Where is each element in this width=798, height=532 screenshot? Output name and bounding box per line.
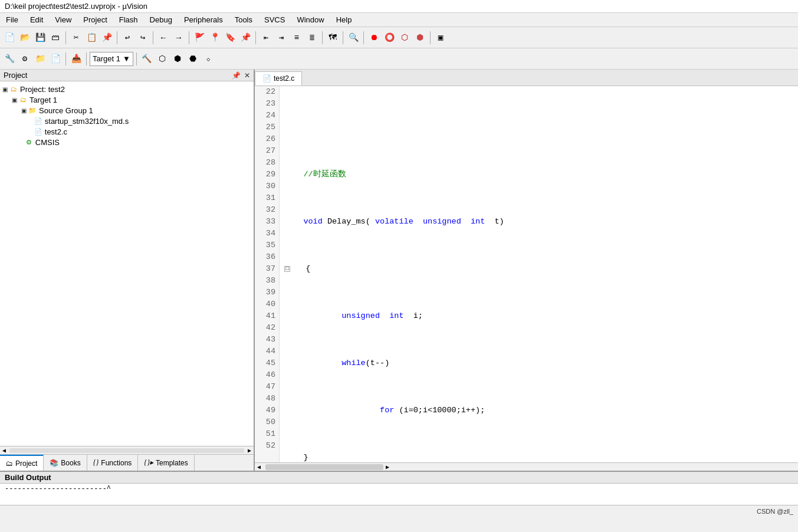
tab-templates[interactable]: {}▸ Templates (138, 455, 194, 471)
menu-file[interactable]: File (0, 14, 24, 25)
sep6 (322, 31, 323, 44)
menu-peripherals[interactable]: Peripherals (178, 14, 229, 25)
editor-scroll-left[interactable]: ◀ (255, 463, 263, 471)
editor-scroll-thumb[interactable] (265, 464, 383, 470)
tab-templates-icon: {}▸ (144, 458, 153, 467)
editor-tab-test2[interactable]: 📄 test2.c (255, 71, 302, 86)
menu-tools[interactable]: Tools (229, 14, 258, 25)
nav-fwd-btn[interactable]: → (172, 31, 186, 45)
proj-scroll-left[interactable]: ◀ (0, 446, 8, 455)
save-all-btn[interactable]: 🗃 (48, 31, 63, 45)
tab-books[interactable]: 📚 Books (44, 455, 87, 471)
bookmark2-btn[interactable]: 📍 (208, 31, 222, 45)
code-28-2: (i=0;i<10000;i++); (394, 405, 485, 416)
tree-cmsis[interactable]: ⚙ CMSIS (0, 137, 254, 147)
unindent-btn[interactable]: ⇥ (274, 31, 288, 45)
new-file-btn[interactable]: 📄 (2, 31, 17, 45)
target-options-btn[interactable]: ⚙ (18, 52, 32, 66)
code-line-28: for (i=0;i<10000;i++); (284, 405, 793, 416)
code-26-1 (284, 310, 341, 322)
tree-source-group[interactable]: ▣ 📁 Source Group 1 (0, 105, 254, 116)
tab-functions-icon: {} (93, 458, 99, 467)
undo-btn[interactable]: ↩ (120, 31, 134, 45)
build-output: Build Output ------------------------^ (0, 471, 798, 505)
tree-test2-file[interactable]: 📄 test2.c (0, 126, 254, 137)
code-container[interactable]: 22 23 24 25 26 27 28 29 30 31 32 33 34 3… (255, 86, 798, 462)
code-line-29: } (284, 452, 793, 462)
build-btn[interactable]: ⬡ (155, 52, 169, 66)
test2-file-label: test2.c (45, 127, 67, 136)
menu-view[interactable]: View (49, 14, 77, 25)
bookmark4-btn[interactable]: 📌 (238, 31, 252, 45)
tree-root[interactable]: ▣ 🗂 Project: test2 (0, 84, 254, 94)
project-panel-header: Project 📌 ✕ (0, 70, 254, 81)
run3-btn[interactable]: ⬡ (398, 31, 412, 45)
config-btn[interactable]: ▣ (434, 31, 448, 45)
code-24-unsigned: unsigned (423, 216, 461, 228)
build-all-btn[interactable]: 🔨 (140, 52, 154, 66)
tab-books-label: Books (61, 459, 80, 467)
run4-btn[interactable]: ⬢ (413, 31, 427, 45)
run2-btn[interactable]: ⭕ (382, 31, 396, 45)
sep1 (65, 31, 66, 44)
code-25: { (291, 263, 310, 275)
search-btn[interactable]: 🔍 (346, 31, 360, 45)
pin-icon[interactable]: 📌 (232, 71, 241, 80)
menu-svcs[interactable]: SVCS (258, 14, 291, 25)
tree-target[interactable]: ▣ 🗂 Target 1 (0, 94, 254, 105)
ln-26: 26 (258, 133, 275, 145)
test2-file-icon: 📄 (34, 127, 43, 136)
translate-btn[interactable]: ⬢ (170, 52, 185, 66)
download-btn[interactable]: ⬦ (201, 52, 215, 66)
target-selector[interactable]: Target 1 ▼ (90, 52, 133, 66)
ln-30: 30 (258, 180, 275, 192)
menu-edit[interactable]: Edit (24, 14, 49, 25)
indent-btn[interactable]: ⇤ (259, 31, 273, 45)
tab-project[interactable]: 🗂 Project (0, 455, 44, 471)
ln-23: 23 (258, 98, 275, 110)
proj-scroll-right[interactable]: ▶ (245, 446, 254, 455)
editor-scroll-right[interactable]: ▶ (383, 463, 392, 471)
close-panel-icon[interactable]: ✕ (244, 71, 250, 80)
stop-build-btn[interactable]: ⬣ (186, 52, 200, 66)
copy-btn[interactable]: 📋 (84, 31, 98, 45)
nav-back-btn[interactable]: ← (156, 31, 170, 45)
project-header-icons: 📌 ✕ (232, 71, 250, 80)
run-stop-btn[interactable]: ⏺ (367, 31, 381, 45)
uncomment-btn[interactable]: ≣ (305, 31, 319, 45)
sep9 (430, 31, 431, 44)
redo-btn[interactable]: ↪ (136, 31, 150, 45)
proj-scroll-track[interactable] (9, 448, 244, 453)
paste-btn[interactable]: 📌 (100, 31, 114, 45)
ln-39: 39 (258, 287, 275, 298)
save-btn[interactable]: 💾 (33, 31, 47, 45)
menu-project[interactable]: Project (77, 14, 113, 25)
tab-books-icon: 📚 (50, 459, 58, 467)
load-btn[interactable]: 📥 (69, 52, 83, 66)
code-24-2: Delay_ms( (323, 216, 375, 228)
comment-btn[interactable]: ≡ (290, 31, 304, 45)
cut-btn[interactable]: ✂ (69, 31, 83, 45)
bookmark-btn[interactable]: 🚩 (192, 31, 206, 45)
manage-btn[interactable]: 🗺 (326, 31, 340, 45)
tree-startup-file[interactable]: 📄 startup_stm32f10x_md.s (0, 116, 254, 126)
menu-flash[interactable]: Flash (113, 14, 144, 25)
file-options-btn[interactable]: 📄 (48, 52, 63, 66)
group-options-btn[interactable]: 📁 (33, 52, 47, 66)
code-24-5: t) (485, 216, 504, 228)
code-lines[interactable]: //时延函数 void Delay_ms( volatile unsigned … (280, 86, 798, 462)
collapse-25[interactable]: □ (284, 266, 290, 272)
menu-help[interactable]: Help (330, 14, 358, 25)
menu-bar: File Edit View Project Flash Debug Perip… (0, 13, 798, 27)
tab-functions[interactable]: {} Functions (87, 455, 139, 471)
target-label: Target 1 (29, 96, 57, 104)
tsep2 (86, 52, 87, 65)
menu-debug[interactable]: Debug (144, 14, 178, 25)
open-file-btn[interactable]: 📂 (18, 31, 32, 45)
code-26-3: i; (404, 310, 423, 322)
menu-window[interactable]: Window (291, 14, 330, 25)
proj-wizard-btn[interactable]: 🔧 (2, 52, 17, 66)
ln-51: 51 (258, 428, 275, 440)
bookmark3-btn[interactable]: 🔖 (223, 31, 237, 45)
code-comment-23: //时延函数 (284, 169, 346, 180)
